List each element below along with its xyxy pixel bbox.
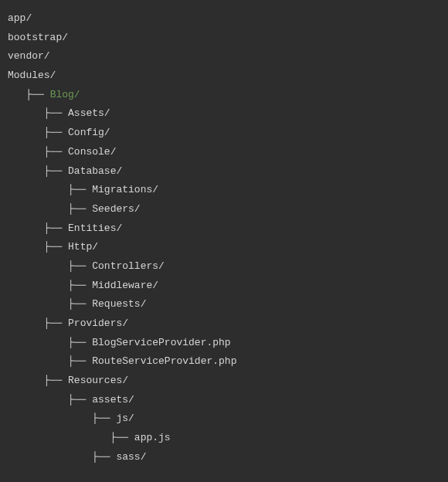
folder-resources-assets: ├── assets/: [8, 391, 440, 410]
root-modules: Modules/: [8, 66, 440, 86]
folder-js: ├── js/: [8, 409, 440, 429]
file-app-js: ├── app.js: [8, 429, 440, 448]
folder-config: ├── Config/: [8, 124, 440, 143]
file-route-service-provider: ├── RouteServiceProvider.php: [8, 352, 440, 372]
folder-database: ├── Database/: [8, 162, 440, 182]
folder-migrations: ├── Migrations/: [8, 181, 440, 200]
file-blog-service-provider: ├── BlogServiceProvider.php: [8, 334, 440, 353]
folder-http: ├── Http/: [8, 238, 440, 257]
folder-sass: ├── sass/: [8, 448, 440, 467]
root-vendor: vendor/: [8, 47, 440, 66]
folder-resources: ├── Resources/: [8, 372, 440, 391]
folder-middleware: ├── Middleware/: [8, 277, 440, 296]
folder-console: ├── Console/: [8, 143, 440, 162]
folder-seeders: ├── Seeders/: [8, 200, 440, 219]
directory-tree: app/ bootstrap/ vendor/ Modules/ ├── Blo…: [8, 9, 440, 467]
folder-entities: ├── Entities/: [8, 219, 440, 239]
folder-assets: ├── Assets/: [8, 104, 440, 124]
folder-controllers: ├── Controllers/: [8, 257, 440, 277]
module-blog: ├── Blog/: [8, 86, 440, 105]
folder-providers: ├── Providers/: [8, 314, 440, 334]
root-bootstrap: bootstrap/: [8, 29, 440, 48]
root-app: app/: [8, 9, 440, 29]
folder-requests: ├── Requests/: [8, 295, 440, 314]
